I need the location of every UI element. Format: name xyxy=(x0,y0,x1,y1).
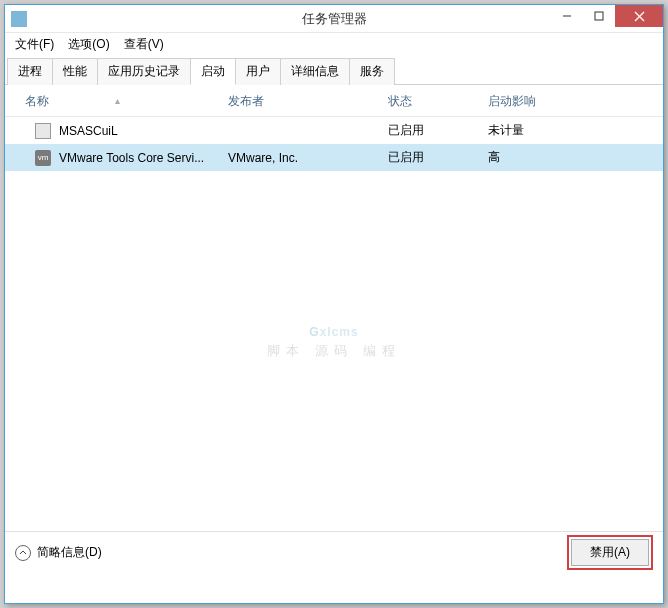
app-icon xyxy=(11,11,27,27)
row-publisher: VMware, Inc. xyxy=(220,151,380,165)
disable-highlight: 禁用(A) xyxy=(567,535,653,570)
col-header-status[interactable]: 状态 xyxy=(380,93,480,110)
disable-button[interactable]: 禁用(A) xyxy=(571,539,649,566)
tab-performance[interactable]: 性能 xyxy=(52,58,98,85)
tab-services[interactable]: 服务 xyxy=(349,58,395,85)
svg-rect-1 xyxy=(595,12,603,20)
minimize-button[interactable] xyxy=(551,5,583,27)
maximize-button[interactable] xyxy=(583,5,615,27)
col-header-impact[interactable]: 启动影响 xyxy=(480,93,663,110)
chevron-up-icon xyxy=(15,545,31,561)
col-header-publisher[interactable]: 发布者 xyxy=(220,93,380,110)
row-status: 已启用 xyxy=(380,122,480,139)
col-header-name-label: 名称 xyxy=(25,94,49,108)
tab-processes[interactable]: 进程 xyxy=(7,58,53,85)
watermark-small: 脚本 源码 编程 xyxy=(267,342,400,360)
tab-details[interactable]: 详细信息 xyxy=(280,58,350,85)
app-row-icon xyxy=(35,123,51,139)
tabs: 进程 性能 应用历史记录 启动 用户 详细信息 服务 xyxy=(5,57,663,85)
window-title: 任务管理器 xyxy=(302,10,367,28)
row-status: 已启用 xyxy=(380,149,480,166)
table-header: 名称 ▴ 发布者 状态 启动影响 xyxy=(5,85,663,117)
row-name: VMware Tools Core Servi... xyxy=(59,151,204,165)
menu-file[interactable]: 文件(F) xyxy=(9,34,60,55)
content-area: 名称 ▴ 发布者 状态 启动影响 MSASCuiL已启用未计量vmVMware … xyxy=(5,85,663,573)
row-impact: 未计量 xyxy=(480,122,663,139)
table-row[interactable]: vmVMware Tools Core Servi...VMware, Inc.… xyxy=(5,144,663,171)
menu-view[interactable]: 查看(V) xyxy=(118,34,170,55)
watermark-big: Gxlcms xyxy=(267,298,400,346)
fewer-details-button[interactable]: 简略信息(D) xyxy=(15,544,102,561)
fewer-details-label: 简略信息(D) xyxy=(37,544,102,561)
tab-app-history[interactable]: 应用历史记录 xyxy=(97,58,191,85)
footer: 简略信息(D) 禁用(A) xyxy=(5,531,663,573)
menubar: 文件(F) 选项(O) 查看(V) xyxy=(5,33,663,55)
col-header-name[interactable]: 名称 ▴ xyxy=(5,93,220,110)
tab-startup[interactable]: 启动 xyxy=(190,58,236,85)
titlebar: 任务管理器 xyxy=(5,5,663,33)
table-body: MSASCuiL已启用未计量vmVMware Tools Core Servi.… xyxy=(5,117,663,171)
close-button[interactable] xyxy=(615,5,663,27)
task-manager-window: 任务管理器 文件(F) 选项(O) 查看(V) 进程 性能 应用历史记录 启动 … xyxy=(4,4,664,604)
table-row[interactable]: MSASCuiL已启用未计量 xyxy=(5,117,663,144)
menu-options[interactable]: 选项(O) xyxy=(62,34,115,55)
app-row-icon: vm xyxy=(35,150,51,166)
watermark: Gxlcms 脚本 源码 编程 xyxy=(267,298,400,360)
row-name: MSASCuiL xyxy=(59,124,118,138)
tab-users[interactable]: 用户 xyxy=(235,58,281,85)
row-impact: 高 xyxy=(480,149,663,166)
sort-arrow-icon: ▴ xyxy=(115,95,120,106)
window-controls xyxy=(551,5,663,27)
